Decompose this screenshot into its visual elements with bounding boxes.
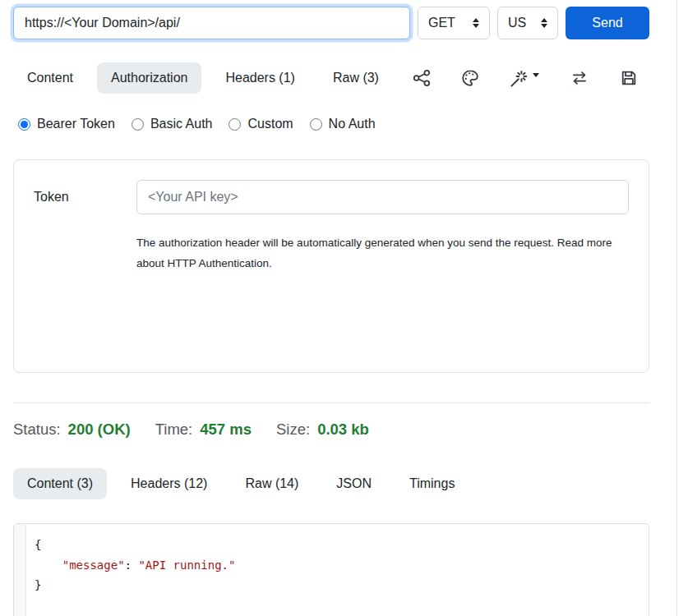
time-value: 457 ms xyxy=(200,421,252,439)
request-toolbar xyxy=(413,68,649,88)
tab-headers[interactable]: Headers (1) xyxy=(211,62,308,94)
auth-option-label: No Auth xyxy=(329,117,376,131)
api-request-panel: GET US Send Content Authorization Header… xyxy=(13,0,649,616)
status-stat: Status: 200 (OK) xyxy=(13,421,131,439)
response-status-row: Status: 200 (OK) Time: 457 ms Size: 0.03… xyxy=(13,421,649,439)
no-auth-radio[interactable] xyxy=(310,118,322,131)
size-label: Size: xyxy=(276,421,310,439)
status-label: Status: xyxy=(13,421,61,439)
share-icon[interactable] xyxy=(413,69,431,87)
token-field-row: Token xyxy=(34,180,629,214)
tab-raw[interactable]: Raw (3) xyxy=(319,62,393,94)
custom-radio[interactable] xyxy=(229,118,241,131)
swap-arrows-icon[interactable] xyxy=(570,69,589,87)
bearer-token-panel: Token The authorization header will be a… xyxy=(13,159,649,373)
save-icon[interactable] xyxy=(620,69,638,87)
send-button[interactable]: Send xyxy=(566,7,649,39)
response-json-code: { "message": "API running." } xyxy=(26,524,649,616)
bearer-token-radio[interactable] xyxy=(18,118,30,131)
code-gutter xyxy=(14,524,26,616)
tab-content[interactable]: Content xyxy=(13,62,87,94)
size-value: 0.03 kb xyxy=(317,421,369,439)
select-updown-icon xyxy=(541,18,547,28)
token-input[interactable] xyxy=(136,180,629,214)
auth-option-label: Bearer Token xyxy=(37,117,115,131)
response-section-divider xyxy=(13,402,649,403)
region-select[interactable]: US xyxy=(497,7,558,39)
method-select[interactable]: GET xyxy=(418,7,490,39)
magic-wand-dropdown-icon[interactable] xyxy=(510,68,539,88)
token-label: Token xyxy=(34,190,136,205)
status-value: 200 (OK) xyxy=(68,421,131,439)
size-stat: Size: 0.03 kb xyxy=(276,421,369,439)
tab-authorization[interactable]: Authorization xyxy=(97,62,201,94)
auth-option-label: Basic Auth xyxy=(150,117,213,131)
code-line: { xyxy=(35,535,640,555)
url-input[interactable] xyxy=(13,7,410,39)
code-line: } xyxy=(35,575,640,595)
response-tabs: Content (3) Headers (12) Raw (14) JSON T… xyxy=(13,468,649,499)
response-body-viewer: { "message": "API running." } xyxy=(13,523,649,616)
auth-option-label: Custom xyxy=(247,117,293,131)
resp-tab-raw[interactable]: Raw (14) xyxy=(231,468,312,499)
palette-icon[interactable] xyxy=(461,69,479,87)
resp-tab-timings[interactable]: Timings xyxy=(395,468,469,499)
basic-auth-radio[interactable] xyxy=(132,118,144,131)
dropdown-caret-icon xyxy=(533,73,539,77)
auth-radio-no-auth[interactable]: No Auth xyxy=(310,117,376,131)
code-line: "message": "API running." xyxy=(35,555,640,576)
region-select-value: US xyxy=(508,16,526,30)
time-stat: Time: 457 ms xyxy=(155,421,252,439)
auth-type-options: Bearer Token Basic Auth Custom No Auth xyxy=(13,117,649,131)
auth-radio-bearer-token[interactable]: Bearer Token xyxy=(18,117,115,131)
auth-radio-basic-auth[interactable]: Basic Auth xyxy=(132,117,213,131)
request-tabs: Content Authorization Headers (1) Raw (3… xyxy=(13,62,393,94)
resp-tab-headers[interactable]: Headers (12) xyxy=(117,468,221,499)
select-updown-icon xyxy=(473,18,479,28)
resp-tab-json[interactable]: JSON xyxy=(322,468,386,499)
auth-help-text: The authorization header will be automat… xyxy=(136,232,617,274)
request-tabs-row: Content Authorization Headers (1) Raw (3… xyxy=(13,62,649,94)
request-bar: GET US Send xyxy=(13,7,649,39)
resp-tab-content[interactable]: Content (3) xyxy=(13,468,107,499)
method-select-value: GET xyxy=(428,16,455,30)
time-label: Time: xyxy=(155,421,193,439)
auth-radio-custom[interactable]: Custom xyxy=(229,117,293,131)
page-right-divider xyxy=(676,0,677,616)
